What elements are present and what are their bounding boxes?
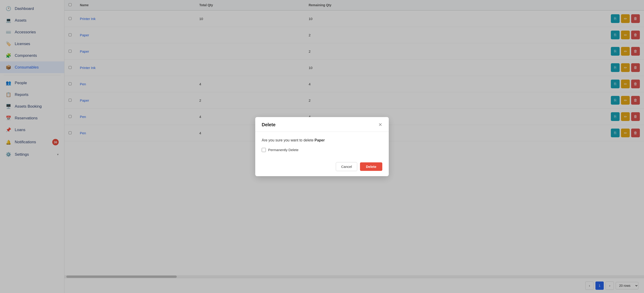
delete-button[interactable]: Delete [360,162,382,171]
modal-footer: Cancel Delete [255,158,389,176]
modal-item-name: Paper [314,138,324,142]
modal-title: Delete [262,122,276,127]
permanently-delete-row: Permanently Delete [262,148,382,152]
modal-body: Are you sure you want to delete Paper Pe… [255,132,389,158]
cancel-button[interactable]: Cancel [336,162,357,171]
modal-overlay: Delete ✕ Are you sure you want to delete… [0,0,644,293]
modal-close-button[interactable]: ✕ [378,122,382,127]
modal-header: Delete ✕ [255,117,389,132]
modal-message: Are you sure you want to delete Paper [262,138,382,142]
permanently-delete-checkbox[interactable] [262,148,266,152]
permanently-delete-label: Permanently Delete [268,148,298,152]
delete-modal: Delete ✕ Are you sure you want to delete… [255,117,389,176]
modal-message-text: Are you sure you want to delete [262,138,314,142]
